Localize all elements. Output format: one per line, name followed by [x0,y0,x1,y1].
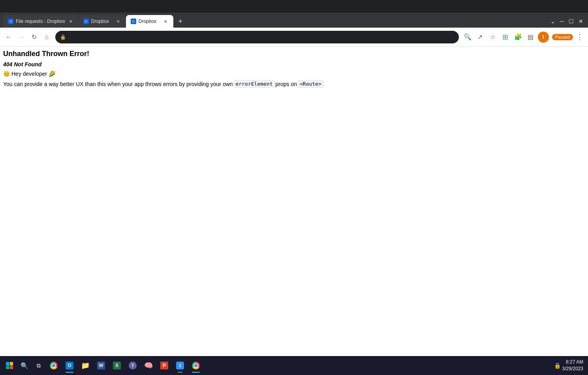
tab-3-close[interactable]: ✕ [162,18,169,24]
network-icon[interactable]: 🔒 [554,362,561,369]
browser-window: ⬡ File requests - Dropbox ✕ ⬡ Dropbox ✕ … [0,0,588,283]
description-line: You can provide a way better UX than thi… [3,80,585,88]
word-icon: W [97,362,105,369]
chrome2-icon [192,362,200,369]
taskbar-chrome2[interactable] [188,358,204,373]
share-icon-button[interactable]: ↗ [475,32,486,43]
route-code: <Route> [298,80,323,88]
taskbar: 🔍 ⧉ O 📁 W X T 🧠 P Z 🔒 [0,356,588,375]
tab-1[interactable]: ⬡ File requests - Dropbox ✕ [3,15,79,28]
profile-button[interactable]: I [538,32,549,43]
description-middle: props on [276,81,297,87]
tab-3-favicon: ⬡ [131,19,136,24]
taskbar-teams[interactable]: T [125,358,141,373]
extensions-button[interactable]: 🧩 [513,32,524,43]
toolbar-icons: 🔍 ↗ ☆ ⊞ 🧩 ▤ I Paused ⋮ [462,31,585,43]
tab-1-close[interactable]: ✕ [68,18,74,24]
tab-2-close[interactable]: ✕ [115,18,121,24]
outlook-icon: O [66,362,73,369]
description-prefix: You can provide a way better UX than thi… [3,81,233,87]
explorer-icon: 📁 [81,362,89,369]
error-title: Unhandled Thrown Error! [3,50,585,58]
taskbar-tray: 🔒 8:27 AM 3/29/2023 [551,359,586,372]
taskbar-powerpoint[interactable]: P [156,358,172,373]
maximize-button[interactable]: ☐ [567,17,575,26]
taskbar-brain-app[interactable]: 🧠 [141,358,156,373]
tab-1-favicon: ⬡ [8,19,13,24]
bookmark-icon-button[interactable]: ☆ [487,32,498,43]
taskbar-excel[interactable]: X [109,358,125,373]
error-element-code: errorElement [234,80,275,88]
lock-icon: 🔒 [60,34,66,40]
task-view-button[interactable]: ⧉ [32,358,46,373]
tab-overflow: ⌄ ─ ☐ ✕ [549,17,585,26]
title-bar [0,0,588,13]
tab-bar: ⬡ File requests - Dropbox ✕ ⬡ Dropbox ✕ … [0,13,588,28]
taskbar-file-explorer[interactable]: 📁 [77,358,93,373]
hey-developer-face-icon: 😊 [3,71,10,77]
start-button[interactable] [2,358,17,373]
close-button[interactable]: ✕ [577,17,585,26]
reload-button[interactable]: ↻ [28,32,39,43]
tab-search-button[interactable]: ⌄ [549,17,557,26]
error-404: 404 Not Found [3,61,585,68]
address-bar[interactable]: 🔒 [55,31,459,43]
hey-developer-text: Hey developer [11,71,47,77]
taskbar-date-text: 3/29/2023 [562,366,583,372]
menu-button[interactable]: ⋮ [575,31,585,43]
page-content: Unhandled Thrown Error! 404 Not Found 😊 … [0,47,588,283]
address-bar-row: ← → ↻ ⌂ 🔒 🔍 ↗ ☆ ⊞ 🧩 ▤ I Paused ⋮ [0,28,588,47]
new-tab-button[interactable]: + [175,16,186,27]
sidebar-button[interactable]: ▤ [525,32,536,43]
hey-developer-line: 😊 Hey developer 🌽 [3,71,585,77]
brain-icon: 🧠 [145,362,152,369]
tab-3-title: Dropbox [139,19,160,24]
windows-icon [6,362,13,369]
taskbar-search-button[interactable]: 🔍 [17,358,32,373]
tab-2[interactable]: ⬡ Dropbox ✕ [79,15,126,28]
taskbar-outlook[interactable]: O [62,358,77,373]
hey-developer-emoji: 🌽 [49,71,55,77]
tab-2-title: Dropbox [91,19,113,24]
tab-3[interactable]: ⬡ Dropbox ✕ [126,15,173,28]
tab-2-favicon: ⬡ [83,19,89,24]
taskbar-word[interactable]: W [93,358,109,373]
home-button[interactable]: ⌂ [41,32,52,43]
tab-1-title: File requests - Dropbox [16,19,65,24]
search-icon-button[interactable]: 🔍 [462,32,473,43]
paused-badge: Paused [552,34,573,40]
taskbar-clock[interactable]: 8:27 AM 3/29/2023 [562,359,583,372]
google-apps-button[interactable]: ⊞ [500,32,511,43]
chrome-icon [50,362,58,369]
forward-button[interactable]: → [16,32,27,43]
taskbar-zoom[interactable]: Z [172,358,188,373]
taskbar-time-text: 8:27 AM [562,359,583,366]
back-button[interactable]: ← [3,32,14,43]
minimize-button[interactable]: ─ [558,17,565,26]
address-input[interactable] [68,34,454,40]
zoom-icon: Z [176,362,184,369]
teams-icon: T [129,362,137,369]
taskbar-chrome[interactable] [46,358,62,373]
powerpoint-icon: P [160,362,168,369]
excel-icon: X [113,362,121,369]
